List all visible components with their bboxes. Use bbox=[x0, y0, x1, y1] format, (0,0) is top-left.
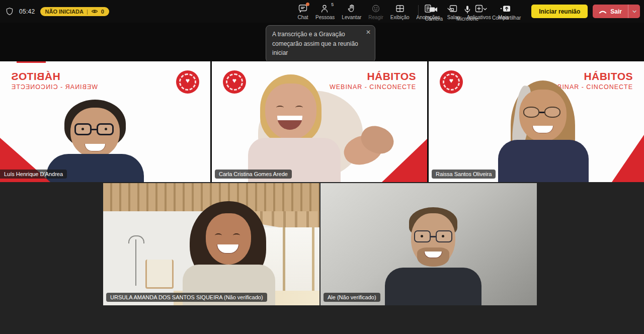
notice-strip: A transcrição e a Gravação começarão ass… bbox=[0, 23, 644, 61]
leave-split-button: Sair bbox=[593, 5, 640, 18]
chat-icon bbox=[297, 3, 308, 14]
leave-button-label: Sair bbox=[610, 8, 622, 15]
camera-button[interactable]: Câmera bbox=[422, 3, 447, 22]
person-eye bbox=[295, 106, 303, 110]
brand-title: HÁBITOS bbox=[330, 70, 416, 82]
person-eye bbox=[105, 128, 107, 130]
leave-options-chevron[interactable] bbox=[628, 5, 640, 18]
participant-name-tag: Raissa Santos Oliveira bbox=[432, 170, 496, 179]
leave-button[interactable]: Sair bbox=[593, 5, 628, 18]
video-tile-carla[interactable]: HÁBITOS WEBINAR - CINCONECTE Carla Crist… bbox=[212, 61, 427, 182]
status-badge: NÃO INICIADA | 0 bbox=[40, 7, 109, 16]
participants-count: 5 bbox=[331, 2, 334, 7]
person-face bbox=[206, 213, 251, 265]
status-group: 05:42 NÃO INICIADA | 0 bbox=[5, 0, 109, 23]
meeting-timer: 05:42 bbox=[19, 8, 35, 15]
video-grid-top-row: HÁBITOS WEBINAR - CINCONECTE Luís Henriq… bbox=[0, 61, 644, 182]
react-button: Reagir bbox=[365, 2, 386, 20]
person-glasses bbox=[74, 123, 116, 136]
person-eye bbox=[82, 128, 84, 130]
camera-icon bbox=[428, 5, 439, 15]
participant-name-tag: Luís Henrique D'Andrea bbox=[0, 170, 67, 179]
cinconecte-logo bbox=[176, 70, 199, 94]
participants-button[interactable]: 5 Pessoas bbox=[312, 2, 338, 20]
background-red-corner bbox=[612, 135, 644, 182]
cinconecte-logo bbox=[440, 70, 463, 94]
view-label: Exibição bbox=[390, 15, 410, 20]
participants-icon: 5 bbox=[319, 3, 331, 14]
recording-notice-text: A transcrição e a Gravação começarão ass… bbox=[272, 31, 358, 56]
camera-options-chevron[interactable] bbox=[446, 3, 453, 14]
viewer-count: 0 bbox=[101, 9, 104, 15]
raise-hand-icon bbox=[346, 3, 357, 14]
cinconecte-logo bbox=[223, 70, 246, 94]
chat-button[interactable]: Chat bbox=[294, 2, 312, 20]
video-tile-raissa[interactable]: HÁBITOS WEBINAR - CINCONECTE Raissa Sant… bbox=[429, 61, 644, 182]
person-glasses bbox=[523, 106, 564, 119]
microphone-icon bbox=[462, 5, 473, 15]
floor-lamp bbox=[135, 239, 136, 286]
share-screen-label: Compartilhar bbox=[492, 15, 521, 21]
toolbar-divider bbox=[418, 5, 419, 18]
webinar-branding: HÁBITOS WEBINAR - CINCONECTE bbox=[212, 70, 427, 94]
chat-label: Chat bbox=[297, 15, 308, 20]
share-screen-icon bbox=[501, 4, 512, 14]
meeting-window: 05:42 NÃO INICIADA | 0 Chat 5 bbox=[0, 0, 644, 334]
badge-separator: | bbox=[87, 9, 88, 15]
share-screen-button[interactable]: Compartilhar bbox=[489, 2, 524, 21]
person-eye bbox=[233, 233, 240, 237]
react-icon bbox=[370, 3, 381, 14]
microphone-button[interactable]: Microfone bbox=[453, 3, 482, 22]
person-eye bbox=[442, 235, 444, 237]
raise-hand-label: Levantar bbox=[342, 15, 361, 20]
wooden-chair bbox=[145, 260, 174, 289]
view-button[interactable]: Exibição bbox=[387, 2, 413, 20]
toolbar-right: Câmera Microfone Compartilhar In bbox=[417, 0, 640, 23]
person-glasses bbox=[414, 230, 452, 242]
participant-name-tag: URSULA AMANDA DOS SANTOS SIQUEIRA (Não v… bbox=[106, 293, 267, 302]
react-label: Reagir bbox=[368, 15, 383, 20]
participant-name-tag: Ale (Não verificado) bbox=[324, 293, 380, 302]
chat-notification-dot bbox=[306, 3, 309, 6]
brand-title: HÁBITOS bbox=[546, 70, 633, 82]
video-grid-bottom-row: URSULA AMANDA DOS SANTOS SIQUEIRA (Não v… bbox=[0, 182, 644, 334]
brand-subtitle: WEBINAR - CINCONECTE bbox=[330, 84, 416, 91]
person-eye bbox=[276, 106, 284, 110]
brand-subtitle: WEBINAR - CINCONECTE bbox=[11, 84, 98, 91]
eye-icon bbox=[91, 9, 98, 14]
start-meeting-button[interactable]: Iniciar reunião bbox=[531, 5, 588, 18]
brand-title: HÁBITOS bbox=[11, 70, 98, 82]
brand-text: HÁBITOS WEBINAR - CINCONECTE bbox=[330, 70, 416, 91]
brand-text: HÁBITOS WEBINAR - CINCONECTE bbox=[11, 70, 98, 91]
raise-hand-button[interactable]: Levantar bbox=[338, 2, 365, 20]
video-tile-ursula[interactable]: URSULA AMANDA DOS SANTOS SIQUEIRA (Não v… bbox=[103, 183, 319, 305]
webinar-branding: HÁBITOS WEBINAR - CINCONECTE bbox=[0, 70, 210, 94]
background-red-strip bbox=[17, 61, 46, 63]
person-face bbox=[265, 84, 316, 140]
security-shield-icon[interactable] bbox=[5, 7, 14, 16]
person-eye bbox=[215, 233, 222, 237]
person-shirt bbox=[385, 268, 481, 305]
participants-label: Pessoas bbox=[315, 15, 335, 20]
view-grid-icon bbox=[394, 3, 406, 14]
person-shirt bbox=[498, 140, 589, 182]
status-badge-label: NÃO INICIADA bbox=[45, 9, 84, 15]
participant-name-tag: Carla Cristina Gomes Arede bbox=[215, 170, 292, 179]
phone-handset-icon bbox=[599, 9, 607, 14]
microphone-label: Microfone bbox=[456, 16, 478, 22]
top-toolbar: 05:42 NÃO INICIADA | 0 Chat 5 bbox=[0, 0, 644, 23]
recording-notice-tooltip: A transcrição e a Gravação começarão ass… bbox=[266, 25, 375, 62]
camera-label: Câmera bbox=[425, 16, 443, 22]
video-tile-ale[interactable]: Ale (Não verificado) bbox=[320, 183, 537, 305]
video-tile-luis[interactable]: HÁBITOS WEBINAR - CINCONECTE Luís Henriq… bbox=[0, 61, 210, 182]
tooltip-close-icon[interactable]: ✕ bbox=[366, 29, 371, 35]
microphone-options-chevron[interactable] bbox=[482, 3, 489, 14]
person-eye bbox=[421, 235, 423, 237]
